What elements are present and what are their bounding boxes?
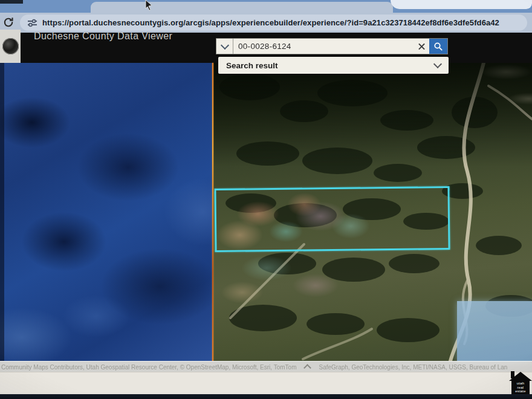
- url-text: https://portal.duchesnecountygis.org/arc…: [42, 18, 499, 27]
- clear-search-icon[interactable]: [414, 39, 429, 54]
- parcel-highlight: [214, 186, 450, 252]
- map-attribution-bar: Community Maps Contributors, Utah Geospa…: [0, 361, 532, 372]
- search-result-label: Search result: [226, 61, 278, 70]
- parcel-search-bar: [216, 38, 448, 54]
- url-field[interactable]: https://portal.duchesnecountygis.org/arc…: [20, 15, 527, 31]
- attribution-text-right: SafeGraph, GeoTechnologies, Inc, METI/NA…: [319, 364, 507, 371]
- screen-glare-patch: [457, 301, 532, 362]
- screen-glare: [391, 0, 532, 9]
- search-icon: [433, 42, 443, 51]
- search-submit-button[interactable]: [429, 39, 447, 54]
- chevron-down-icon: [433, 60, 442, 68]
- browser-active-tab[interactable]: [91, 2, 393, 13]
- search-type-dropdown[interactable]: [216, 39, 233, 54]
- seal-icon: [2, 38, 19, 54]
- watermark-line: utah: [517, 381, 524, 385]
- screen: https://portal.duchesnecountygis.org/arc…: [0, 0, 532, 399]
- attribution-text-left: Community Maps Contributors, Utah Geospa…: [1, 364, 296, 371]
- site-settings-icon[interactable]: [27, 19, 37, 27]
- windows-taskbar: [0, 372, 532, 395]
- swipe-divider-handle[interactable]: [212, 63, 213, 361]
- reload-icon[interactable]: [2, 16, 15, 28]
- app-title: Duchesne County Data Viewer: [34, 31, 172, 42]
- browser-corner: [0, 0, 23, 4]
- mouse-cursor-icon: [144, 0, 154, 11]
- search-input[interactable]: [233, 39, 414, 54]
- watermark-line: estate: [515, 389, 526, 393]
- watermark-line: real: [517, 386, 524, 389]
- search-result-panel[interactable]: Search result: [218, 57, 449, 74]
- chevron-down-icon: [220, 41, 229, 49]
- screen-bottom-edge: [0, 394, 532, 399]
- county-seal-logo: [0, 30, 21, 63]
- map-layer-left[interactable]: [0, 63, 213, 361]
- attribution-collapse-icon[interactable]: [304, 364, 312, 372]
- map-canvas[interactable]: [0, 63, 532, 361]
